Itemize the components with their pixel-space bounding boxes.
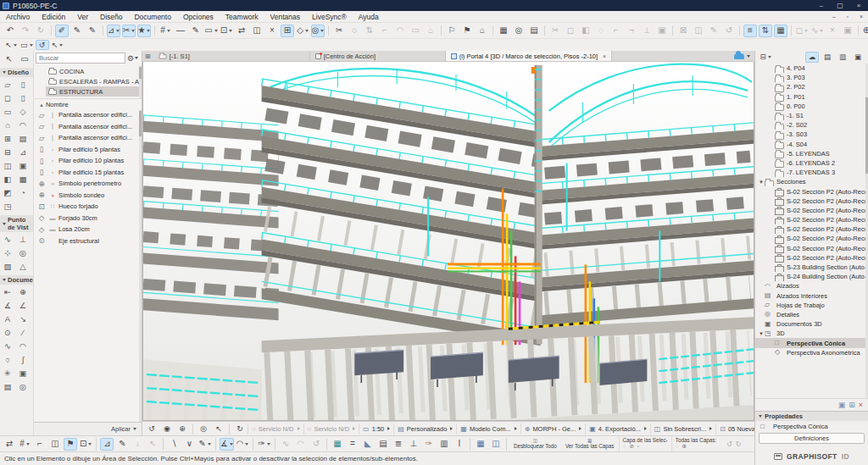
- section-s02-4[interactable]: S-02 Sección P2 (Auto-Reconstrucci: [755, 215, 868, 224]
- delete-icon[interactable]: ×: [859, 401, 863, 409]
- section-s23[interactable]: S-23 Building Section (Auto-Recon: [755, 263, 868, 272]
- interior-elevation-tool-icon[interactable]: ⊹: [1, 247, 14, 260]
- teamwork-sync-button[interactable]: [730, 51, 754, 61]
- look-around-icon[interactable]: ◉: [160, 423, 174, 435]
- menu-diseno[interactable]: Diseño: [94, 12, 128, 22]
- item-pilar-10[interactable]: ▯▫Pilar edificio 10 plantas: [34, 155, 142, 167]
- opening-tool-icon[interactable]: ◔: [16, 187, 30, 200]
- story-p01[interactable]: 1. P01: [755, 92, 868, 102]
- quick-modelo[interactable]: ▦Modelo Com...: [456, 423, 520, 435]
- trace-reference-icon[interactable]: ◫: [48, 438, 62, 451]
- group-secciones[interactable]: ▼ Secciones: [755, 177, 868, 186]
- flip-icon[interactable]: ⇅: [759, 25, 772, 37]
- radial-dim-tool-icon[interactable]: ⊕: [16, 286, 30, 299]
- adjust-icon[interactable]: ⇅: [363, 25, 376, 37]
- pen-icon[interactable]: ✎: [189, 25, 203, 37]
- grid-snap-icon[interactable]: #: [18, 438, 31, 451]
- angle-snap-icon[interactable]: ∡: [220, 438, 234, 451]
- item-pilar-5[interactable]: ▯▫Pilar edificio 5 plantas: [34, 144, 142, 156]
- camera-tool-icon[interactable]: ◎: [16, 247, 30, 260]
- view-map-icon[interactable]: ▤: [821, 52, 834, 63]
- marquee-tool-icon[interactable]: ▭: [18, 53, 31, 65]
- group-documentos-3d[interactable]: Documentos 3D: [755, 319, 868, 329]
- line-tool-icon[interactable]: ∕: [16, 327, 30, 340]
- axono-view-icon[interactable]: △: [16, 261, 30, 274]
- quick-servicio-1[interactable]: ○Servicio N/D: [248, 423, 303, 435]
- curtainwall-tool-icon[interactable]: ⊞: [1, 133, 14, 146]
- view-perspectiva-axonometrica[interactable]: Perspectiva Axonométrica: [755, 348, 868, 357]
- orbit-icon[interactable]: ↺: [145, 423, 159, 435]
- folder-escaleras[interactable]: ESCALERAS - RAMPAS - ASCEN: [46, 76, 142, 86]
- unlink-icon[interactable]: ×: [826, 25, 839, 37]
- wall-edit-icon[interactable]: ◫: [692, 25, 705, 37]
- story-p00[interactable]: 0. P00: [755, 102, 868, 111]
- menu-archivo[interactable]: Archivo: [0, 12, 36, 22]
- arc-tool-icon[interactable]: ◠: [16, 340, 30, 353]
- section-tool-icon[interactable]: ∿: [1, 234, 14, 246]
- redo-small-icon[interactable]: ↻: [736, 440, 742, 448]
- menu-ver[interactable]: Ver: [71, 12, 94, 22]
- cursor-snap-icon[interactable]: ↖: [146, 438, 159, 451]
- align-icon[interactable]: ≡: [743, 25, 757, 37]
- circle-tool-icon[interactable]: ○: [1, 354, 14, 367]
- explore-icon[interactable]: ◎: [197, 423, 210, 435]
- eye-all-icon[interactable]: ◌: [676, 444, 679, 450]
- mirror-icon[interactable]: ⇄: [3, 438, 16, 451]
- child-minimize-button[interactable]: –: [827, 14, 841, 19]
- hotspot-tool-icon[interactable]: ✳: [1, 368, 14, 380]
- angle-dim-tool-icon[interactable]: ∠: [16, 300, 30, 313]
- label-tool-icon[interactable]: ↘: [16, 313, 30, 326]
- folders-scrollbar[interactable]: [139, 65, 142, 98]
- story-leyendas2[interactable]: -6. LEYENDAS 2: [755, 158, 868, 168]
- marquee-tool-icon[interactable]: ▭: [19, 40, 34, 50]
- view-perspectiva-conica[interactable]: Perspectiva Cónica: [755, 338, 868, 347]
- shell-tool-icon[interactable]: ◠: [16, 119, 30, 132]
- item-sondeo[interactable]: ⊕●Símbolo sondeo: [34, 190, 142, 202]
- story-s1[interactable]: -1. S1: [755, 111, 868, 120]
- menu-teamwork[interactable]: Teamwork: [220, 12, 264, 22]
- anchor-icon[interactable]: ⊥: [407, 438, 420, 451]
- section-s02-1[interactable]: S-02 Sección P2 (Auto-Reconstrucci: [755, 186, 868, 196]
- tree-view-icon[interactable]: ⊟: [759, 52, 772, 63]
- relative-a-icon[interactable]: ∿: [279, 438, 292, 451]
- spline-tool-icon[interactable]: ∫: [16, 354, 30, 367]
- copy-icon[interactable]: ▣: [841, 25, 854, 37]
- new-viewpoint-icon[interactable]: ⊞: [849, 401, 855, 409]
- roof-tool-icon[interactable]: ⌂: [1, 119, 14, 132]
- virtual-trace-icon[interactable]: ◫: [250, 25, 264, 37]
- door-tool-icon[interactable]: ▯: [16, 79, 30, 91]
- tab-close-icon[interactable]: ×: [603, 53, 606, 59]
- chain-icon[interactable]: ⊕: [862, 25, 868, 37]
- story-s02[interactable]: -2. S02: [755, 120, 868, 130]
- intersect-icon[interactable]: ⌐: [378, 25, 392, 37]
- item-pantalla-1[interactable]: ▱❘Pantalla ascensor edifici...: [34, 109, 142, 121]
- menu-livesync[interactable]: LiveSync®: [306, 12, 353, 22]
- list-icon[interactable]: ≣: [392, 438, 405, 451]
- guide-lines-icon[interactable]: ⊿: [107, 25, 120, 37]
- resize-icon[interactable]: ▭: [409, 25, 422, 37]
- folder-estructura[interactable]: ESTRUCTURA: [46, 86, 142, 97]
- show-all-layers-button[interactable]: ≣ Ver Todas las Capas: [561, 436, 619, 451]
- lock-coords-icon[interactable]: ⊡: [79, 438, 92, 451]
- search-elements-icon[interactable]: ◌: [348, 25, 361, 37]
- options-icon[interactable]: ◻: [795, 25, 809, 37]
- select-combo-icon[interactable]: ↖: [4, 40, 18, 50]
- tab-overview-icon[interactable]: ⊞: [142, 51, 153, 61]
- quick-sobrescritura[interactable]: ◫Sin Sobrescri...: [650, 423, 715, 435]
- freehand-icon[interactable]: ✎: [115, 438, 129, 451]
- magic-wand-icon[interactable]: ✑: [257, 438, 270, 451]
- pen-select-icon[interactable]: ✎: [198, 438, 211, 451]
- polyline-tool-icon[interactable]: ∿: [1, 340, 14, 353]
- story-p02[interactable]: 2. P02: [755, 82, 868, 91]
- box-b-icon[interactable]: ◧: [579, 25, 593, 37]
- list-scrollbar[interactable]: [139, 109, 142, 422]
- menu-ventanas[interactable]: Ventanas: [264, 12, 306, 22]
- orbit-compass-icon[interactable]: ◎: [311, 25, 325, 37]
- minimize-button[interactable]: –: [812, 2, 831, 9]
- sheet-icon[interactable]: ▥: [437, 438, 451, 451]
- object-tool-icon[interactable]: ◫: [1, 160, 14, 173]
- beam-tool-icon[interactable]: ▭: [1, 106, 14, 119]
- railing-tool-icon[interactable]: ⊟: [1, 147, 14, 159]
- dimension-tool-icon[interactable]: ⇤: [1, 286, 14, 299]
- item-pilar-15[interactable]: ▯▫Pilar edificio 15 plantas: [34, 167, 142, 179]
